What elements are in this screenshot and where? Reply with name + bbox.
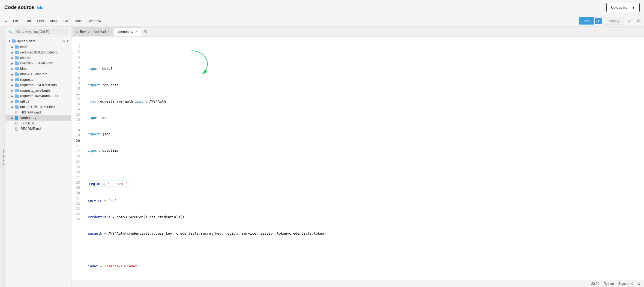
deploy-button[interactable]: Deploy <box>604 17 624 25</box>
fullscreen-icon[interactable]: ⤢ <box>627 17 633 25</box>
sidebar-item-requests-dist[interactable]: ▶ requests-2.24.0.dist-info <box>6 82 71 88</box>
folder-icon <box>15 62 19 65</box>
code-line-2: import requests <box>86 82 644 88</box>
code-line-10: credentials = boto3.Session().get_creden… <box>86 214 644 220</box>
root-folder[interactable]: ▼ upload-data / ⚙ ▼ <box>6 38 71 44</box>
sidebar-item-urllib3[interactable]: ▶ urllib3 <box>6 99 71 104</box>
tab-label: Environment Vari <box>80 30 106 34</box>
environment-label: Environment <box>0 27 6 287</box>
menu-go[interactable]: Go <box>61 18 71 24</box>
menu-view[interactable]: View <box>47 18 60 24</box>
info-badge[interactable]: Info <box>37 5 43 10</box>
menu-window[interactable]: Window <box>86 18 104 24</box>
code-line-9: service = 'es' <box>86 198 644 204</box>
sidebar-item-idna-dist[interactable]: ▶ idna-2.10.dist-info <box>6 71 71 77</box>
arrow-icon: ▶ <box>11 73 14 76</box>
code-line-1: import boto3 <box>86 66 644 71</box>
code-line-12 <box>86 247 644 253</box>
folder-icon <box>15 95 19 98</box>
collapse-arrow[interactable]: ▲ <box>2 18 10 24</box>
code-content[interactable]: import boto3 import requests from reques… <box>82 37 644 280</box>
sidebar-item-requests[interactable]: ▶ requests <box>6 77 71 82</box>
folder-icon <box>15 56 19 59</box>
folder-icon <box>15 51 19 54</box>
search-icon: 🔍 <box>8 30 13 34</box>
folder-icon <box>15 100 19 103</box>
arrow-icon: ▶ <box>11 67 14 70</box>
folder-dropdown-icon[interactable]: ▼ <box>66 40 69 43</box>
title-left: Code source Info <box>4 5 43 10</box>
code-line-4: import os <box>86 115 644 121</box>
search-input[interactable] <box>14 28 69 35</box>
folder-icon <box>15 84 19 87</box>
menu-find[interactable]: Find <box>34 18 46 24</box>
code-line-13: index = 'lambda-s3-index' <box>86 264 644 269</box>
language-indicator[interactable]: Python <box>604 282 614 286</box>
status-bar: 20:24 Python Spaces: 4 ⚙ <box>71 280 644 287</box>
tab-label: lambda.py <box>118 30 133 34</box>
settings-icon[interactable]: ⚙ <box>636 17 642 25</box>
sidebar-item-license[interactable]: LICENSE <box>6 121 71 126</box>
editor-area: ⧉ Environment Vari ✕ lambda.py ✕ ⊕ 1 2 3… <box>71 27 644 287</box>
file-icon-active <box>15 116 18 120</box>
spaces-indicator[interactable]: Spaces: 4 <box>618 282 633 286</box>
status-settings-icon[interactable]: ⚙ <box>637 282 641 286</box>
editor-tabs: ⧉ Environment Vari ✕ lambda.py ✕ ⊕ <box>71 27 644 37</box>
sidebar: 🔍 ▼ upload-data / ⚙ ▼ ▶ certifi ▶ <box>6 27 71 287</box>
test-dropdown-button[interactable]: ▼ <box>595 18 602 24</box>
app-title: Code source <box>4 5 34 10</box>
arrow-icon: ▶ <box>11 106 14 109</box>
folder-icon <box>12 40 16 43</box>
folder-icon <box>15 89 19 92</box>
arrow-icon: ▶ <box>11 46 14 49</box>
code-editor[interactable]: 1 2 3 4 5 6 7 8 9 10 11 12 13 14 15 16 1… <box>71 37 644 280</box>
main-layout: Environment 🔍 ▼ upload-data / ⚙ ▼ ▶ cert… <box>0 27 644 287</box>
test-button[interactable]: Test <box>579 17 594 25</box>
upload-from-button[interactable]: Upload from ▼ <box>606 3 640 12</box>
menu-edit[interactable]: Edit <box>22 18 34 24</box>
menu-file[interactable]: File <box>10 18 22 24</box>
arrow-icon: ▶ <box>11 78 14 81</box>
arrow-icon: ▶ <box>11 95 14 98</box>
chevron-down-icon: ▼ <box>632 6 635 9</box>
sidebar-item-requests-aws4auth-dist[interactable]: ▶ requests_aws4auth-1.0.1 <box>6 93 71 99</box>
menu-bar: ▲ File Edit Find View Go Tools Window Te… <box>0 15 644 27</box>
file-icon <box>15 127 18 131</box>
sidebar-item-readme[interactable]: README.md <box>6 126 71 131</box>
sidebar-item-chardet[interactable]: ▶ chardet <box>6 55 71 61</box>
arrow-icon: ▶ <box>11 56 14 59</box>
sidebar-item-chardet-dist[interactable]: ▶ chardet-3.0.4.dist-info <box>6 61 71 66</box>
arrow-icon: ▶ <box>11 62 14 65</box>
tab-environment[interactable]: ⧉ Environment Vari ✕ <box>73 27 113 36</box>
folder-icon <box>15 67 19 70</box>
cursor-position[interactable]: 20:24 <box>591 282 599 286</box>
sidebar-item-urllib3-dist[interactable]: ▶ urllib3-1.25.10.dist-info <box>6 104 71 110</box>
sidebar-item-history[interactable]: HISTORY.md <box>6 110 71 115</box>
sidebar-item-requests-aws4auth[interactable]: ▶ requests_aws4auth <box>6 88 71 93</box>
title-bar: Code source Info Upload from ▼ <box>0 0 644 15</box>
folder-icon <box>15 106 19 109</box>
arrow-icon: ▼ <box>8 40 11 43</box>
code-line-11: awsauth = AWS4Auth(credentials.access_ke… <box>86 231 644 236</box>
code-line-5: import json <box>86 131 644 137</box>
sidebar-item-certifi[interactable]: ▶ certifi <box>6 44 71 50</box>
tab-lambda[interactable]: lambda.py ✕ <box>114 27 141 36</box>
close-icon[interactable]: ✕ <box>107 30 110 34</box>
menu-right-icons: ⤢ ⚙ <box>627 17 642 25</box>
menu-tools[interactable]: Tools <box>71 18 85 24</box>
sidebar-item-certifi-dist[interactable]: ▶ certifi-2020.6.20.dist-info <box>6 50 71 55</box>
file-tree: ▼ upload-data / ⚙ ▼ ▶ certifi ▶ certifi-… <box>6 37 71 287</box>
code-line-3: from requests_aws4auth import AWS4Auth <box>86 99 644 104</box>
sidebar-item-lambda[interactable]: ▶ lambda.py <box>6 115 71 121</box>
folder-icon <box>15 73 19 76</box>
arrow-icon: ▶ <box>11 100 14 103</box>
close-icon[interactable]: ✕ <box>135 30 137 34</box>
folder-settings-icon[interactable]: ⚙ <box>62 39 65 43</box>
folder-icon <box>15 46 19 49</box>
arrow-icon: ▶ <box>11 84 14 87</box>
sidebar-item-idna[interactable]: ▶ idna <box>6 66 71 71</box>
file-icon <box>15 122 18 125</box>
copy-icon: ⧉ <box>76 30 78 34</box>
arrow-icon: ▶ <box>11 89 14 92</box>
add-tab-icon[interactable]: ⊕ <box>142 29 149 34</box>
